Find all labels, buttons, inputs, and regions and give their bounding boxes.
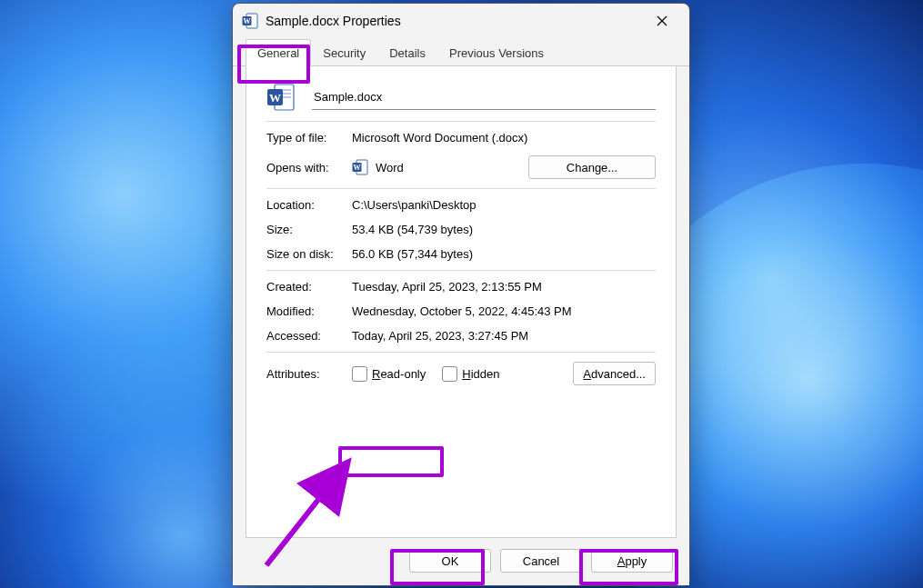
tab-strip: General Security Details Previous Versio… [233, 38, 689, 66]
checkbox-icon [442, 366, 457, 382]
tab-panel-general: W Type of file: Microsoft Word Document … [246, 66, 677, 538]
svg-text:W: W [269, 91, 281, 105]
value-location: C:\Users\panki\Desktop [352, 198, 656, 212]
hidden-checkbox[interactable]: Hidden [442, 366, 499, 382]
ok-button[interactable]: OK [409, 549, 491, 573]
tab-previous-versions[interactable]: Previous Versions [437, 39, 556, 66]
value-modified: Wednesday, October 5, 2022, 4:45:43 PM [352, 304, 656, 318]
tab-details[interactable]: Details [377, 39, 437, 66]
checkbox-icon [352, 366, 367, 382]
label-attributes: Attributes: [266, 367, 352, 381]
value-accessed: Today, April 25, 2023, 3:27:45 PM [352, 329, 656, 343]
label-created: Created: [266, 280, 352, 294]
dialog-footer: OK Cancel Apply [233, 538, 689, 585]
close-button[interactable] [642, 7, 682, 35]
cancel-button[interactable]: Cancel [500, 549, 582, 573]
tab-general[interactable]: General [246, 39, 311, 66]
svg-text:W: W [354, 164, 361, 172]
advanced-button[interactable]: Advanced... [573, 362, 656, 385]
properties-dialog: W Sample.docx Properties General Securit… [232, 3, 690, 586]
value-created: Tuesday, April 25, 2023, 2:13:55 PM [352, 280, 656, 294]
value-size-on-disk: 56.0 KB (57,344 bytes) [352, 247, 656, 261]
value-opens-with: Word [376, 161, 404, 174]
svg-text:W: W [244, 17, 251, 25]
readonly-checkbox[interactable]: Read-only [352, 366, 426, 382]
filename-input[interactable] [312, 85, 656, 110]
value-size: 53.4 KB (54,739 bytes) [352, 223, 656, 236]
label-opens-with: Opens with: [266, 161, 352, 174]
label-size: Size: [266, 223, 352, 236]
change-button[interactable]: Change... [528, 155, 656, 179]
word-file-icon: W [242, 13, 258, 29]
window-title: Sample.docx Properties [266, 14, 642, 28]
label-accessed: Accessed: [266, 329, 352, 343]
desktop-background: W Sample.docx Properties General Securit… [0, 0, 923, 588]
label-location: Location: [266, 198, 352, 212]
readonly-label: Read-only [372, 367, 426, 381]
label-modified: Modified: [266, 304, 352, 318]
hidden-label: Hidden [462, 367, 499, 381]
label-size-on-disk: Size on disk: [266, 247, 352, 261]
label-type-of-file: Type of file: [266, 131, 352, 145]
titlebar: W Sample.docx Properties [233, 4, 689, 38]
word-app-icon: W [352, 159, 368, 175]
tab-security[interactable]: Security [311, 39, 377, 66]
apply-button[interactable]: Apply [591, 549, 673, 573]
value-type-of-file: Microsoft Word Document (.docx) [352, 131, 656, 145]
word-file-icon-large: W [266, 83, 296, 112]
